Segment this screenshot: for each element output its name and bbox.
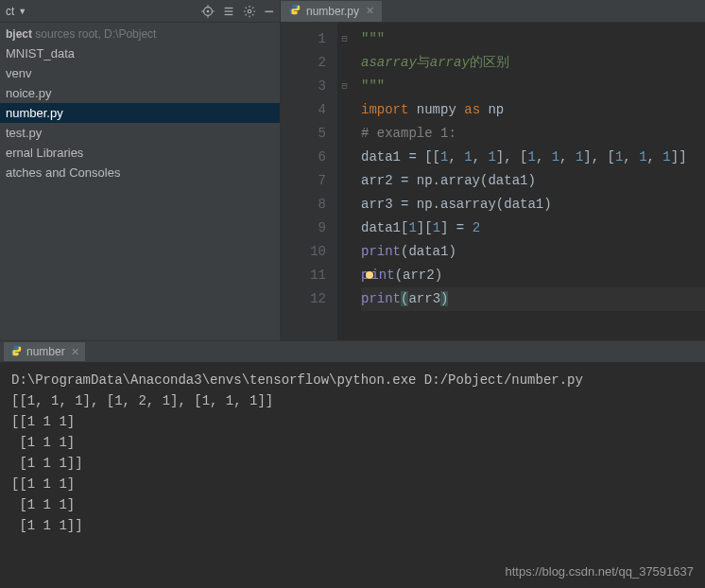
- tree-item[interactable]: ernal Libraries: [0, 143, 280, 163]
- code-area[interactable]: """asarray与array的区别"""import numpy as np…: [352, 23, 705, 340]
- console-line: [1 1 1]]: [11, 515, 694, 536]
- console-tab-bar: number ✕: [0, 341, 705, 362]
- python-file-icon: [288, 3, 301, 19]
- gear-icon[interactable]: [243, 5, 256, 18]
- watermark: https://blog.csdn.net/qq_37591637: [506, 562, 695, 582]
- code-line[interactable]: print(data1): [361, 240, 705, 264]
- console-line: [[1, 1, 1], [1, 2, 1], [1, 1, 1]]: [11, 390, 694, 411]
- line-number-gutter: 123456789101112: [281, 23, 337, 340]
- sidebar-toolbar: −: [201, 5, 274, 18]
- console-line: [1 1 1]: [11, 432, 694, 453]
- tab-label: number.py: [306, 5, 359, 18]
- sidebar-header: ct ▼ −: [0, 0, 280, 23]
- console-line: [[1 1 1]: [11, 474, 694, 494]
- console-tab-label: number: [26, 345, 65, 358]
- hide-icon[interactable]: −: [264, 7, 274, 16]
- code-line[interactable]: asarray与array的区别: [361, 51, 705, 75]
- code-line[interactable]: data1 = [[1, 1, 1], [1, 1, 1], [1, 1, 1]…: [361, 146, 705, 169]
- tree-item[interactable]: noice.py: [0, 83, 280, 103]
- tree-item[interactable]: MNIST_data: [0, 43, 280, 63]
- collapse-icon[interactable]: [222, 5, 235, 18]
- code-line[interactable]: data1[1][1] = 2: [361, 216, 705, 240]
- editor-tab-bar: number.py ✕: [281, 0, 705, 23]
- close-icon[interactable]: ✕: [366, 5, 374, 17]
- console-line: D:\ProgramData\Anaconda3\envs\tensorflow…: [11, 370, 694, 390]
- code-line[interactable]: pint(arr2): [361, 264, 705, 287]
- console-section: number ✕ D:\ProgramData\Anaconda3\envs\t…: [0, 340, 705, 588]
- code-line[interactable]: # example 1:: [361, 122, 705, 146]
- editor-area: number.py ✕ 123456789101112 ⊟⊟ """asarra…: [281, 0, 705, 340]
- code-line[interactable]: """: [361, 27, 705, 51]
- project-sidebar: ct ▼ − bject sources root, D:\Pobject: [0, 0, 281, 340]
- fold-column: ⊟⊟: [337, 23, 352, 340]
- console-output[interactable]: D:\ProgramData\Anaconda3\envs\tensorflow…: [0, 362, 705, 588]
- code-line[interactable]: arr3 = np.asarray(data1): [361, 193, 705, 216]
- editor-content[interactable]: 123456789101112 ⊟⊟ """asarray与array的区别""…: [281, 23, 705, 340]
- tree-item[interactable]: test.py: [0, 123, 280, 143]
- tree-item[interactable]: number.py: [0, 103, 280, 123]
- root-label: bject: [6, 27, 32, 41]
- locate-icon[interactable]: [201, 5, 215, 18]
- tree-item[interactable]: venv: [0, 63, 280, 83]
- code-line[interactable]: print(arr3): [361, 287, 705, 311]
- console-line: [[1 1 1]: [11, 411, 694, 432]
- project-root[interactable]: bject sources root, D:\Pobject: [0, 25, 280, 43]
- editor-tab[interactable]: number.py ✕: [281, 1, 382, 22]
- close-icon[interactable]: ✕: [71, 346, 79, 358]
- code-line[interactable]: arr2 = np.array(data1): [361, 169, 705, 193]
- console-line: [1 1 1]: [11, 494, 694, 515]
- svg-point-9: [249, 9, 252, 13]
- console-tab[interactable]: number ✕: [4, 342, 85, 361]
- top-section: ct ▼ − bject sources root, D:\Pobject: [0, 0, 705, 340]
- sidebar-title[interactable]: ct ▼: [6, 5, 26, 18]
- code-line[interactable]: """: [361, 75, 705, 98]
- svg-point-1: [207, 9, 210, 12]
- project-label: ct: [6, 5, 14, 18]
- python-file-icon: [9, 344, 23, 360]
- chevron-down-icon: ▼: [18, 7, 26, 16]
- console-line: [1 1 1]]: [11, 453, 694, 474]
- tree-item[interactable]: atches and Consoles: [0, 163, 280, 182]
- project-tree[interactable]: bject sources root, D:\Pobject MNIST_dat…: [0, 23, 280, 340]
- code-line[interactable]: import numpy as np: [361, 98, 705, 122]
